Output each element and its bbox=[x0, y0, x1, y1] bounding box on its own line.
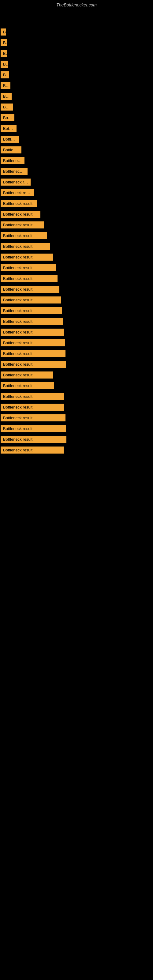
bottleneck-result-item: Bottleneck result bbox=[1, 447, 64, 453]
bottleneck-result-item: Bottleneck result bbox=[1, 93, 12, 100]
bottleneck-result-item: Bottleneck result bbox=[1, 243, 50, 250]
bottleneck-result-item: Bottleneck result bbox=[1, 103, 13, 111]
bottleneck-result-item: Bottleneck result bbox=[1, 382, 54, 389]
bottleneck-result-item: Bottleneck result bbox=[1, 157, 24, 164]
bottleneck-result-item: Bottleneck result bbox=[1, 329, 64, 336]
bottleneck-result-item: Bottleneck result bbox=[1, 29, 6, 35]
bottleneck-result-item: Bottleneck result bbox=[1, 264, 56, 271]
bottleneck-result-item: Bottleneck result bbox=[1, 178, 30, 186]
bottleneck-result-item: Bottleneck result bbox=[1, 254, 53, 261]
bottleneck-result-item: Bottleneck result bbox=[1, 425, 66, 432]
site-title: TheBottlenecker.com bbox=[0, 0, 153, 9]
bottleneck-result-item: Bottleneck result bbox=[1, 200, 37, 207]
bottleneck-result-item: Bottleneck result bbox=[1, 72, 9, 78]
bottleneck-result-item: Bottleneck result bbox=[1, 404, 64, 411]
bottleneck-result-item: Bottleneck result bbox=[1, 361, 66, 368]
bottleneck-result-item: Bottleneck result bbox=[1, 414, 65, 422]
bottleneck-result-item: Bottleneck result bbox=[1, 318, 63, 325]
bottleneck-result-item: Bottleneck result bbox=[1, 350, 65, 357]
bottleneck-result-item: Bottleneck result bbox=[1, 60, 8, 68]
bottleneck-result-item: Bottleneck result bbox=[1, 296, 61, 304]
bottleneck-result-item: Bottleneck result bbox=[1, 436, 66, 443]
bottleneck-result-item: Bottleneck result bbox=[1, 50, 7, 57]
bottleneck-result-item: Bottleneck result bbox=[1, 221, 44, 229]
bottleneck-result-item: Bottleneck result bbox=[1, 286, 59, 293]
bottleneck-result-item: Bottleneck result bbox=[1, 168, 27, 175]
bottleneck-result-item: Bottleneck result bbox=[1, 371, 53, 379]
bottleneck-result-item: Bottleneck result bbox=[1, 82, 10, 89]
bottleneck-result-item: Bottleneck result bbox=[1, 393, 64, 400]
bottleneck-result-item: Bottleneck result bbox=[1, 189, 33, 196]
bottleneck-result-item: Bottleneck result bbox=[1, 307, 62, 314]
bottleneck-result-item: Bottleneck result bbox=[1, 136, 19, 143]
bottleneck-result-item: Bottleneck result bbox=[1, 232, 47, 239]
bottleneck-result-item: Bottleneck result bbox=[1, 146, 21, 153]
bottleneck-result-item: Bottleneck result bbox=[1, 125, 16, 132]
bottleneck-result-item: Bottleneck result bbox=[1, 39, 7, 46]
bottleneck-result-item: Bottleneck result bbox=[1, 275, 57, 282]
bottleneck-result-item: Bottleneck result bbox=[1, 339, 65, 346]
bottleneck-result-item: Bottleneck result bbox=[1, 211, 40, 218]
bottleneck-result-item: Bottleneck result bbox=[1, 114, 14, 121]
